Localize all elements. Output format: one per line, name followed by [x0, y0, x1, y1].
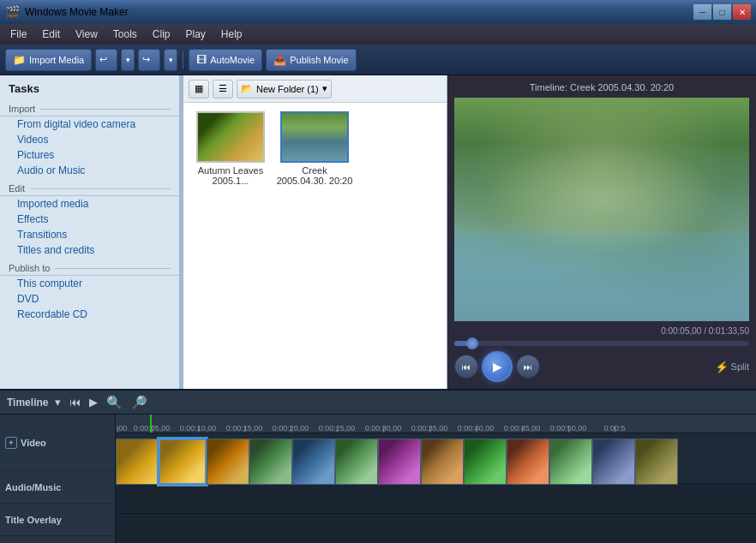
split-button[interactable]: ⚡ Split	[715, 361, 749, 373]
timeline-content: + Video Audio/Music Title Overlay 00,000…	[0, 415, 756, 543]
menu-item-clip[interactable]: Clip	[146, 27, 177, 42]
close-button[interactable]: ✕	[733, 4, 751, 20]
folder-selector[interactable]: 📂 New Folder (1) ▾	[237, 80, 332, 98]
toolbar: 📁 Import Media ↩ ▾ ↪ ▾ 🎞 AutoMovie 📤 Pub…	[0, 45, 756, 75]
timeline-play-button[interactable]: ▶	[87, 394, 99, 410]
title-overlay-label: Title Overlay	[5, 515, 62, 525]
video-track[interactable]	[116, 433, 756, 485]
title-left: 🎬 Windows Movie Maker	[5, 5, 129, 19]
timeline-zoom-in-button[interactable]: 🔍	[105, 393, 124, 412]
timeline-ruler: 00,000:00:05,000:00:10,000:00:15,000:00:…	[116, 415, 756, 433]
play-button[interactable]: ▶	[482, 351, 513, 382]
preview-panel: Timeline: Creek 2005.04.30. 20:20 0:00:0…	[447, 75, 756, 389]
clip-4[interactable]	[249, 439, 292, 485]
menu-item-play[interactable]: Play	[179, 27, 213, 42]
clip-group	[116, 439, 678, 485]
import-media-button[interactable]: 📁 Import Media	[5, 49, 92, 71]
grid-view-button[interactable]: ▦	[189, 80, 209, 98]
clip-8[interactable]	[421, 439, 464, 485]
media-label-autumn: Autumn Leaves 2005.1...	[192, 165, 269, 186]
sidebar-title: Tasks	[0, 75, 179, 98]
media-label-creek: Creek 2005.04.30. 20:20	[276, 165, 353, 186]
seek-bar[interactable]	[454, 341, 749, 346]
timeline-ruler-area[interactable]: 00,000:00:05,000:00:10,000:00:15,000:00:…	[116, 415, 756, 543]
maximize-button[interactable]: □	[713, 4, 731, 20]
preview-title: Timeline: Creek 2005.04.30. 20:20	[454, 82, 749, 92]
automovie-icon: 🎞	[196, 54, 207, 66]
timeline-section: Timeline ▾ ⏮ ▶ 🔍 🔎 + Video Audio/Music T…	[0, 389, 756, 543]
timeline-toolbar: Timeline ▾ ⏮ ▶ 🔍 🔎	[0, 391, 756, 415]
clip-2[interactable]	[159, 439, 207, 485]
clip-1[interactable]	[116, 439, 159, 485]
track-labels: + Video Audio/Music Title Overlay	[0, 415, 116, 543]
split-icon: ⚡	[715, 361, 729, 373]
video-label: Video	[21, 438, 46, 448]
media-browser: ▦ ☰ 📂 New Folder (1) ▾ Autumn Leaves 200…	[183, 75, 447, 389]
clip-9[interactable]	[464, 439, 507, 485]
fast-forward-button[interactable]: ⏭	[516, 355, 540, 379]
menu-item-help[interactable]: Help	[214, 27, 249, 42]
timeline-label: Timeline	[7, 397, 48, 409]
menu-item-file[interactable]: File	[3, 27, 33, 42]
sidebar-item-audio-music[interactable]: Audio or Music	[0, 163, 179, 178]
clip-3[interactable]	[207, 439, 249, 485]
redo-arrow[interactable]: ▾	[164, 49, 177, 71]
sidebar-item-dvd[interactable]: DVD	[0, 291, 179, 307]
redo-button[interactable]: ↪	[138, 49, 160, 71]
sidebar-section-publish: Publish to	[0, 258, 179, 276]
split-label: Split	[731, 361, 749, 372]
publish-movie-button[interactable]: 📤 Publish Movie	[266, 49, 356, 71]
sidebar-item-dv-camera[interactable]: From digital video camera	[0, 116, 179, 132]
sidebar-section-edit: Edit	[0, 178, 179, 196]
media-toolbar: ▦ ☰ 📂 New Folder (1) ▾	[183, 75, 447, 103]
sidebar-item-this-computer[interactable]: This computer	[0, 276, 179, 291]
undo-button[interactable]: ↩	[95, 49, 117, 71]
rewind-button[interactable]: ⏮	[454, 355, 478, 379]
folder-icon: 📂	[241, 83, 253, 94]
folder-arrow-icon: ▾	[322, 83, 327, 94]
main-content: Tasks Import From digital video camera V…	[0, 75, 756, 389]
title-track[interactable]	[116, 514, 756, 543]
sidebar-item-recordable-cd[interactable]: Recordable CD	[0, 307, 179, 322]
media-item-autumn[interactable]: Autumn Leaves 2005.1...	[192, 111, 269, 186]
menu-item-edit[interactable]: Edit	[35, 27, 67, 42]
timeline-start-button[interactable]: ⏮	[68, 394, 82, 410]
audio-track[interactable]	[116, 484, 756, 513]
timeline-arrow-button[interactable]: ▾	[53, 394, 63, 410]
clip-13[interactable]	[635, 439, 678, 485]
automovie-button[interactable]: 🎞 AutoMovie	[189, 49, 262, 71]
list-view-button[interactable]: ☰	[213, 80, 233, 98]
preview-image	[454, 98, 749, 321]
undo-arrow[interactable]: ▾	[121, 49, 135, 71]
clip-11[interactable]	[549, 439, 592, 485]
menu-item-view[interactable]: View	[69, 27, 105, 42]
timeline-zoom-out-button[interactable]: 🔎	[129, 393, 149, 412]
title-bar: 🎬 Windows Movie Maker ─ □ ✕	[0, 0, 756, 24]
sidebar-item-titles-credits[interactable]: Titles and credits	[0, 242, 179, 258]
sidebar-item-pictures[interactable]: Pictures	[0, 147, 179, 163]
clip-5[interactable]	[292, 439, 335, 485]
window-controls: ─ □ ✕	[693, 4, 751, 20]
video-track-expand[interactable]: +	[5, 437, 17, 449]
clip-7[interactable]	[378, 439, 421, 485]
publish-icon: 📤	[273, 54, 286, 66]
minimize-button[interactable]: ─	[693, 4, 711, 20]
sidebar-item-transitions[interactable]: Transitions	[0, 227, 179, 242]
import-media-label: Import Media	[29, 55, 84, 65]
sidebar-item-effects[interactable]: Effects	[0, 212, 179, 227]
clip-6[interactable]	[335, 439, 378, 485]
menu-bar: File Edit View Tools Clip Play Help	[0, 24, 756, 45]
sidebar-section-import: Import	[0, 98, 179, 116]
sidebar-item-imported-media[interactable]: Imported media	[0, 196, 179, 212]
clip-10[interactable]	[507, 439, 549, 485]
video-track-label: + Video	[0, 415, 115, 471]
menu-item-tools[interactable]: Tools	[106, 27, 144, 42]
app-icon: 🎬	[5, 5, 20, 19]
media-item-creek[interactable]: Creek 2005.04.30. 20:20	[276, 111, 353, 186]
audio-track-label: Audio/Music	[0, 471, 115, 504]
sidebar-item-videos[interactable]: Videos	[0, 132, 179, 147]
clip-12[interactable]	[592, 439, 635, 485]
seek-thumb[interactable]	[466, 337, 478, 349]
automovie-label: AutoMovie	[210, 55, 255, 65]
controls-row: ⏮ ▶ ⏭ ⚡ Split	[454, 351, 749, 382]
